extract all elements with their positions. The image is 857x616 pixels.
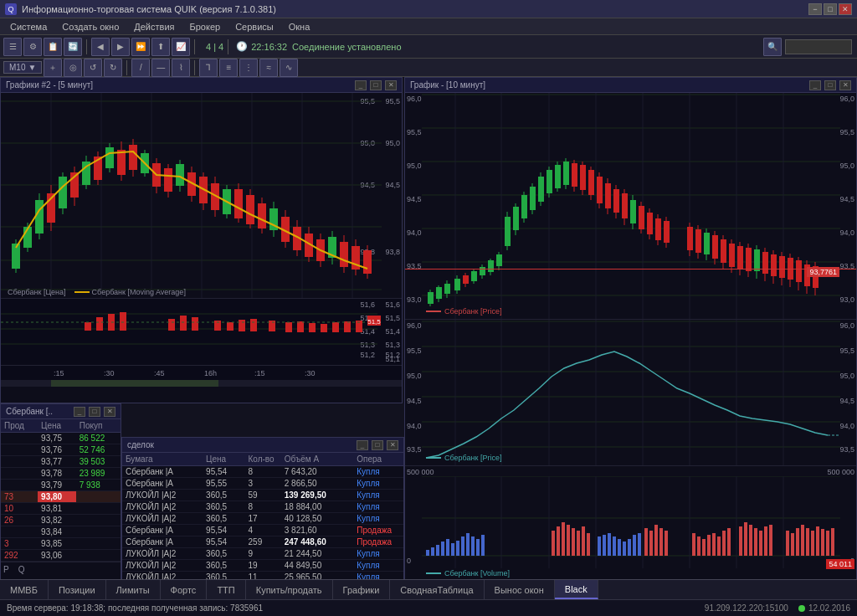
svg-rect-234 xyxy=(441,542,444,556)
svg-rect-140 xyxy=(530,187,536,210)
right-line-chart-svg xyxy=(405,320,857,466)
svg-rect-154 xyxy=(588,170,594,195)
trade-row: ЛУКОЙЛ |А|2360,5921 244,50Купля xyxy=(122,548,403,560)
tab-popout[interactable]: Вынос окон xyxy=(485,580,555,599)
tab-forts[interactable]: Фортс xyxy=(161,580,208,599)
left-chart-scrollbar[interactable] xyxy=(1,380,402,387)
draw-btn-12[interactable]: ∿ xyxy=(280,59,298,77)
svg-rect-144 xyxy=(547,170,552,193)
right-chart-close[interactable]: ✕ xyxy=(839,80,851,90)
menu-services[interactable]: Сервисы xyxy=(228,20,280,33)
draw-btn-6[interactable]: — xyxy=(151,59,170,77)
draw-btn-7[interactable]: ⌇ xyxy=(172,59,190,77)
table-row: 93,7739 503 xyxy=(1,456,121,468)
status-server-time: Время сервера: 19:18:38; последняя получ… xyxy=(7,603,263,613)
toolbar-btn-1[interactable]: ☰ xyxy=(3,38,22,56)
svg-rect-279 xyxy=(769,525,772,556)
scrollbar-thumb[interactable] xyxy=(51,380,218,387)
toolbar-btn-6[interactable]: ▶ xyxy=(111,38,130,56)
left-chart-close[interactable]: ✕ xyxy=(385,80,397,90)
draw-btn-2[interactable]: ◎ xyxy=(64,59,82,77)
toolbar-btn-7[interactable]: ⏩ xyxy=(131,38,150,56)
tab-buy-sell[interactable]: Купить/продать xyxy=(246,580,333,599)
toolbar-btn-8[interactable]: ⬆ xyxy=(151,38,170,56)
window-controls[interactable]: − □ ✕ xyxy=(808,3,852,15)
svg-rect-122 xyxy=(454,279,460,290)
svg-rect-130 xyxy=(488,260,494,272)
svg-rect-116 xyxy=(428,292,434,304)
svg-rect-95 xyxy=(344,321,351,332)
right-chart-minimize[interactable]: _ xyxy=(809,80,821,90)
draw-btn-10[interactable]: ⋮ xyxy=(239,59,258,77)
svg-rect-118 xyxy=(436,287,442,299)
right-chart-maximize[interactable]: □ xyxy=(824,80,836,90)
order-book-table: Прод Цена Покуп 93,7586 522 93,7652 746 … xyxy=(1,419,121,562)
menu-broker[interactable]: Брокер xyxy=(183,20,228,33)
trades-maximize[interactable]: □ xyxy=(372,440,383,450)
svg-rect-170 xyxy=(655,218,661,240)
search-input[interactable] xyxy=(785,39,852,54)
pos-close[interactable]: ✕ xyxy=(104,407,115,417)
tab-mmvb[interactable]: ММВБ xyxy=(0,580,49,599)
svg-rect-255 xyxy=(618,539,621,556)
svg-rect-90 xyxy=(285,322,292,332)
toolbar-btn-9[interactable]: 📈 xyxy=(172,38,190,56)
search-button[interactable]: 🔍 xyxy=(763,38,782,56)
timeframe-selector[interactable]: M10 ▼ xyxy=(3,61,42,74)
tab-positions[interactable]: Позиции xyxy=(49,580,106,599)
menu-actions[interactable]: Действия xyxy=(127,20,181,33)
trade-row: Сбербанк |А95,5487 643,20Купля xyxy=(122,466,403,478)
trade-row: Сбербанк |А95,5443 821,60Продажа xyxy=(122,525,403,536)
toolbar-clock-icon: 🕐 xyxy=(236,41,248,52)
menu-windows[interactable]: Окна xyxy=(282,20,317,33)
draw-btn-3[interactable]: ↺ xyxy=(84,59,102,77)
menu-create-window[interactable]: Создать окно xyxy=(55,20,126,33)
pos-maximize[interactable]: □ xyxy=(89,407,100,417)
menu-bar: Система Создать окно Действия Брокер Сер… xyxy=(0,18,857,35)
svg-rect-180 xyxy=(712,235,718,259)
tab-summary[interactable]: СводнаяТаблица xyxy=(390,580,484,599)
svg-rect-138 xyxy=(521,195,527,218)
tab-limits[interactable]: Лимиты xyxy=(106,580,161,599)
tab-black[interactable]: Black xyxy=(555,580,598,599)
draw-btn-11[interactable]: ≈ xyxy=(259,59,278,77)
svg-rect-282 xyxy=(796,528,799,556)
toolbar-btn-5[interactable]: ◀ xyxy=(91,38,110,56)
tab-ttp[interactable]: ТТП xyxy=(207,580,245,599)
draw-btn-4[interactable]: ↻ xyxy=(104,59,122,77)
svg-rect-93 xyxy=(321,324,327,332)
toolbar-btn-2[interactable]: ⚙ xyxy=(23,38,42,56)
maximize-button[interactable]: □ xyxy=(824,3,837,15)
svg-rect-146 xyxy=(555,165,561,188)
table-row: 93,7586 522 xyxy=(1,433,121,444)
svg-rect-263 xyxy=(659,528,663,556)
x-label-1 xyxy=(8,369,54,377)
trades-close[interactable]: ✕ xyxy=(387,440,398,450)
svg-rect-162 xyxy=(622,193,628,218)
svg-rect-233 xyxy=(436,545,439,556)
right-middle-legend: Сбербанк [Price] xyxy=(426,454,501,462)
svg-rect-276 xyxy=(754,528,757,556)
legend-ma: Сбербанк [Moving Average] xyxy=(74,288,186,296)
close-button[interactable]: ✕ xyxy=(839,3,852,15)
toolbar-btn-4[interactable]: 🔄 xyxy=(64,38,82,56)
svg-rect-83 xyxy=(180,316,187,331)
left-chart-minimize[interactable]: _ xyxy=(355,80,367,90)
minimize-button[interactable]: − xyxy=(808,3,822,15)
svg-rect-94 xyxy=(332,322,339,332)
draw-btn-8[interactable]: Ꞁ xyxy=(199,59,218,77)
draw-btn-9[interactable]: ≡ xyxy=(219,59,238,77)
toolbar2: M10 ▼ ＋ ◎ ↺ ↻ / — ⌇ Ꞁ ≡ ⋮ ≈ ∿ xyxy=(0,59,857,77)
svg-rect-285 xyxy=(811,531,814,556)
pos-minimize[interactable]: _ xyxy=(74,407,85,417)
trades-minimize[interactable]: _ xyxy=(357,440,368,450)
svg-rect-258 xyxy=(633,535,636,556)
tab-charts[interactable]: Графики xyxy=(333,580,391,599)
toolbar-btn-3[interactable]: 📋 xyxy=(44,38,62,56)
draw-btn-1[interactable]: ＋ xyxy=(44,59,62,77)
draw-btn-5[interactable]: / xyxy=(131,59,150,77)
menu-sistema[interactable]: Система xyxy=(3,20,54,33)
left-chart-maximize[interactable]: □ xyxy=(370,80,382,90)
svg-rect-126 xyxy=(471,271,477,281)
svg-rect-30 xyxy=(105,147,114,168)
